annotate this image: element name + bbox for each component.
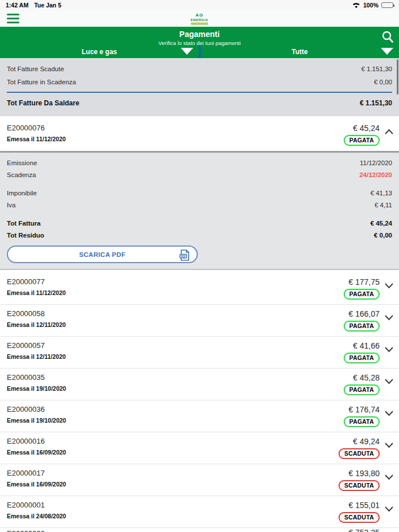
taxable-value: € 41,13 — [370, 190, 392, 197]
svg-text:PDF: PDF — [181, 255, 186, 258]
due-value: 24/12/2020 — [359, 171, 392, 178]
summary-divider — [7, 92, 392, 93]
company-logo: AG ENERGIA — [191, 13, 209, 24]
invoice-number: E20000057 — [7, 341, 380, 350]
chevron-down-icon[interactable] — [384, 440, 394, 451]
status-badge: PAGATA — [344, 321, 380, 332]
invoice-total-value: € 45,24 — [370, 220, 392, 227]
invoice-row-partial[interactable]: E20000002 € 753,25 — [0, 528, 399, 532]
invoice-row[interactable]: E20000077 Emessa il 11/12/2020 € 177,75 … — [0, 273, 399, 305]
invoice-amount: € 166,07 — [344, 309, 380, 318]
total-overdue-label: Tot Fatture Scadute — [7, 66, 64, 72]
invoice-row[interactable]: E20000036 Emessa il 19/10/2020 € 176,74 … — [0, 400, 399, 432]
invoice-amount: € 45,24 — [344, 124, 380, 133]
chevron-down-icon[interactable] — [384, 504, 394, 514]
page-header: Pagamenti Verifica lo stato dei tuoi pag… — [0, 27, 399, 58]
clock: 1:42 AM — [6, 2, 28, 9]
vat-label: Iva — [7, 202, 15, 208]
logo-accent-bar — [191, 22, 209, 23]
invoice-amount: € 193,80 — [339, 469, 380, 478]
page-title: Pagamenti — [0, 30, 399, 39]
vat-value: € 4,11 — [374, 202, 392, 208]
chevron-up-icon[interactable] — [384, 127, 394, 137]
search-icon[interactable] — [381, 30, 394, 44]
invoice-issue-date: Emessa il 24/08/2020 — [7, 513, 380, 519]
date: Tue Jan 5 — [34, 2, 62, 9]
status-badge: PAGATA — [344, 416, 380, 427]
chevron-down-icon[interactable] — [384, 281, 394, 291]
invoice-number: E20000035 — [7, 373, 380, 382]
invoice-row[interactable]: E20000035 Emessa il 19/10/2020 € 45,28 P… — [0, 369, 399, 400]
status-bar: 1:42 AM Tue Jan 5 100% — [0, 0, 399, 10]
invoice-issue-date: Emessa il 19/10/2020 — [7, 417, 380, 424]
logo-text-energia: ENERGIA — [191, 18, 209, 22]
invoice-amount: € 753,25 — [349, 528, 380, 532]
logo-accent-bar — [191, 23, 209, 24]
status-badge: PAGATA — [344, 135, 380, 146]
filter-dropdown-service[interactable]: Luce e gas — [0, 46, 199, 58]
section-gap — [0, 269, 399, 273]
invoice-number: E20000058 — [7, 309, 380, 318]
battery-icon — [381, 2, 393, 8]
invoice-amount: € 49,24 — [339, 437, 380, 446]
invoice-issue-date: Emessa il 16/09/2020 — [7, 449, 380, 456]
invoice-number: E20000076 — [7, 124, 380, 132]
total-overdue-value: € 1.151,30 — [361, 66, 392, 72]
invoice-row[interactable]: E20000017 Emessa il 16/09/2020 € 193,80 … — [0, 464, 399, 496]
battery-percent: 100% — [363, 2, 378, 9]
emission-value: 11/12/2020 — [360, 159, 392, 166]
chevron-down-icon[interactable] — [384, 377, 394, 387]
taxable-label: Imponibile — [7, 190, 36, 197]
chevron-down-icon[interactable] — [384, 472, 394, 482]
filter-dropdown-service-label: Luce e gas — [82, 48, 117, 56]
logo-text-ag: AG — [191, 13, 209, 18]
invoice-number: E20000002 — [7, 529, 380, 532]
chevron-down-icon — [181, 48, 193, 55]
invoice-list: E20000077 Emessa il 11/12/2020 € 177,75 … — [0, 273, 399, 532]
invoice-row[interactable]: E20000058 Emessa il 12/11/2020 € 166,07 … — [0, 305, 399, 337]
status-badge: PAGATA — [344, 353, 380, 363]
invoice-row[interactable]: E20000016 Emessa il 16/09/2020 € 49,24 S… — [0, 432, 399, 464]
app-bar: AG ENERGIA — [0, 10, 399, 27]
invoice-issue-date: Emessa il 12/11/2020 — [7, 353, 380, 360]
invoice-issue-date: Emessa il 11/12/2020 — [7, 289, 380, 296]
invoice-total-label: Tot Fattura — [7, 220, 40, 227]
invoice-number: E20000016 — [7, 437, 380, 445]
invoice-amount: € 45,28 — [344, 373, 380, 382]
chevron-down-icon[interactable] — [384, 408, 394, 419]
scrollbar[interactable] — [397, 59, 398, 95]
invoice-amount: € 176,74 — [344, 405, 380, 414]
status-badge: SCADUTA — [339, 512, 380, 523]
status-badge: SCADUTA — [339, 448, 380, 459]
invoice-amount: € 41,66 — [344, 341, 380, 350]
invoice-issue-date: Emessa il 12/11/2020 — [7, 321, 380, 328]
invoice-row-expanded[interactable]: E20000076 Emessa il 11/12/2020 € 45,24 P… — [0, 119, 399, 151]
filter-dropdown-status-label: Tutte — [292, 48, 308, 56]
emission-label: Emissione — [7, 159, 37, 166]
chevron-down-icon[interactable] — [384, 313, 394, 323]
filter-dropdown-status[interactable]: Tutte — [201, 46, 399, 58]
invoice-amount: € 155,01 — [339, 501, 380, 510]
wifi-icon — [352, 2, 360, 9]
total-to-pay-value: € 1.151,30 — [360, 99, 392, 107]
invoice-number: E20000036 — [7, 405, 380, 414]
invoice-row[interactable]: E20000001 Emessa il 24/08/2020 € 155,01 … — [0, 496, 399, 528]
invoice-detail-panel: Emissione 11/12/2020 Scadenza 24/12/2020… — [0, 153, 399, 269]
invoice-number: E20000077 — [7, 277, 380, 286]
invoice-number: E20000017 — [7, 469, 380, 477]
total-due-soon-value: € 0,00 — [374, 79, 392, 85]
invoice-issue-date: Emessa il 16/09/2020 — [7, 481, 380, 488]
total-to-pay-label: Tot Fatture Da Saldare — [7, 99, 79, 107]
status-badge: SCADUTA — [339, 480, 380, 491]
status-badge: PAGATA — [344, 289, 380, 300]
status-badge: PAGATA — [344, 384, 380, 395]
download-pdf-button[interactable]: SCARICA PDF PDF — [7, 245, 198, 263]
invoice-row[interactable]: E20000057 Emessa il 12/11/2020 € 41,66 P… — [0, 337, 399, 369]
totals-summary: Tot Fatture Scadute € 1.151,30 Tot Fattu… — [0, 58, 399, 116]
invoice-issue-date: Emessa il 11/12/2020 — [7, 136, 380, 142]
total-due-soon-label: Tot Fatture in Scadenza — [7, 79, 76, 85]
invoice-number: E20000001 — [7, 501, 380, 509]
menu-icon[interactable] — [7, 14, 19, 23]
invoice-issue-date: Emessa il 19/10/2020 — [7, 385, 380, 392]
chevron-down-icon[interactable] — [384, 345, 394, 355]
